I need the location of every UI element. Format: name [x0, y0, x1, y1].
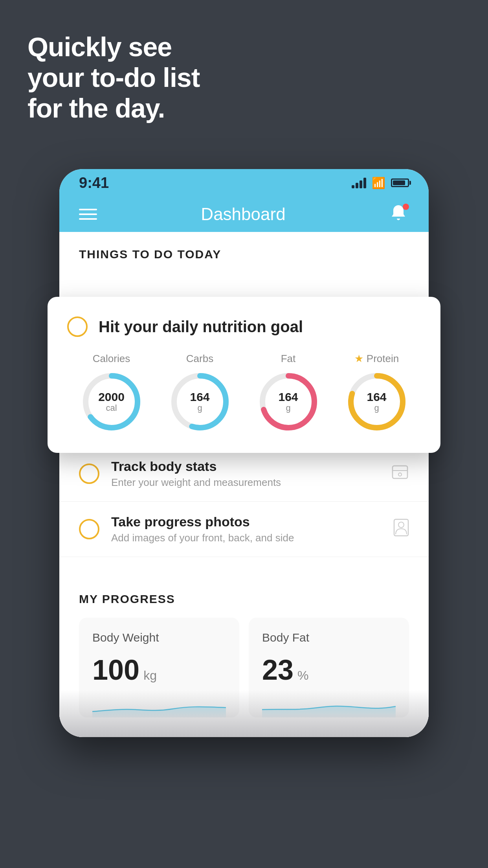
- protein-donut: 164 g: [345, 370, 408, 433]
- things-header: THINGS TO DO TODAY: [59, 232, 429, 269]
- status-bar: 9:41 📶: [59, 169, 429, 197]
- scale-icon: [391, 464, 409, 484]
- signal-icon: [352, 177, 366, 188]
- progress-section: MY PROGRESS Body Weight 100 kg: [59, 573, 429, 737]
- protein-center: 164 g: [367, 390, 386, 413]
- nutrition-circles: Calories 2000 cal Carbs: [67, 353, 421, 433]
- battery-icon: [391, 178, 409, 187]
- notification-dot: [403, 204, 409, 210]
- calories-center: 2000 cal: [98, 390, 125, 413]
- todo-content-photos: Take progress photos Add images of your …: [111, 514, 382, 544]
- body-weight-chart: [92, 694, 226, 717]
- hamburger-line: [79, 209, 97, 210]
- svg-rect-1: [393, 466, 407, 478]
- progress-header: MY PROGRESS: [79, 592, 409, 606]
- progress-cards: Body Weight 100 kg: [79, 618, 409, 717]
- todo-title-photos: Take progress photos: [111, 514, 382, 530]
- nav-bar: Dashboard: [59, 197, 429, 232]
- body-weight-title: Body Weight: [92, 631, 226, 644]
- menu-button[interactable]: [79, 209, 97, 220]
- todo-content-body-stats: Track body stats Enter your weight and m…: [111, 459, 379, 489]
- body-fat-card[interactable]: Body Fat 23 %: [249, 618, 409, 717]
- nutrition-card: Hit your daily nutrition goal Calories 2…: [48, 297, 440, 453]
- fat-item: Fat 164 g: [257, 353, 320, 433]
- calories-donut: 2000 cal: [80, 370, 143, 433]
- todo-checkbox-photos[interactable]: [79, 519, 99, 539]
- todo-checkbox-body-stats[interactable]: [79, 463, 99, 484]
- nutrition-checkbox[interactable]: [67, 316, 88, 337]
- carbs-label: Carbs: [186, 353, 213, 365]
- fat-donut: 164 g: [257, 370, 320, 433]
- body-weight-unit: kg: [143, 668, 157, 683]
- nutrition-card-header: Hit your daily nutrition goal: [67, 316, 421, 337]
- body-fat-title: Body Fat: [262, 631, 396, 644]
- hamburger-line: [79, 213, 97, 215]
- body-fat-unit: %: [297, 668, 308, 683]
- svg-point-3: [398, 473, 402, 476]
- protein-label: Protein: [367, 353, 399, 365]
- todo-title-body-stats: Track body stats: [111, 459, 379, 474]
- hero-text: Quickly see your to-do list for the day.: [28, 31, 200, 124]
- person-icon: [393, 519, 409, 540]
- body-fat-value: 23 %: [262, 654, 396, 686]
- body-fat-number: 23: [262, 654, 294, 686]
- calories-label: Calories: [93, 353, 130, 365]
- calories-item: Calories 2000 cal: [80, 353, 143, 433]
- body-weight-card[interactable]: Body Weight 100 kg: [79, 618, 239, 717]
- svg-point-5: [398, 522, 404, 528]
- todo-subtitle-body-stats: Enter your weight and measurements: [111, 476, 379, 489]
- carbs-donut: 164 g: [169, 370, 231, 433]
- wifi-icon: 📶: [372, 177, 385, 189]
- nutrition-card-title: Hit your daily nutrition goal: [99, 318, 303, 336]
- hamburger-line: [79, 218, 97, 220]
- status-icons: 📶: [352, 177, 409, 189]
- star-icon: ★: [354, 353, 363, 365]
- protein-label-row: ★ Protein: [354, 353, 399, 365]
- todo-item-body-stats[interactable]: Track body stats Enter your weight and m…: [59, 446, 429, 502]
- body-weight-number: 100: [92, 654, 139, 686]
- phone-mockup: 9:41 📶 Dashboard: [59, 169, 429, 737]
- carbs-center: 164 g: [190, 390, 209, 413]
- todo-item-photos[interactable]: Take progress photos Add images of your …: [59, 502, 429, 557]
- fat-label: Fat: [281, 353, 296, 365]
- body-weight-value: 100 kg: [92, 654, 226, 686]
- status-time: 9:41: [79, 175, 109, 191]
- body-fat-chart: [262, 694, 396, 717]
- fat-center: 164 g: [278, 390, 298, 413]
- notification-button[interactable]: [389, 204, 409, 225]
- protein-item: ★ Protein 164 g: [345, 353, 408, 433]
- nav-title: Dashboard: [201, 204, 285, 224]
- carbs-item: Carbs 164 g: [169, 353, 231, 433]
- todo-subtitle-photos: Add images of your front, back, and side: [111, 532, 382, 544]
